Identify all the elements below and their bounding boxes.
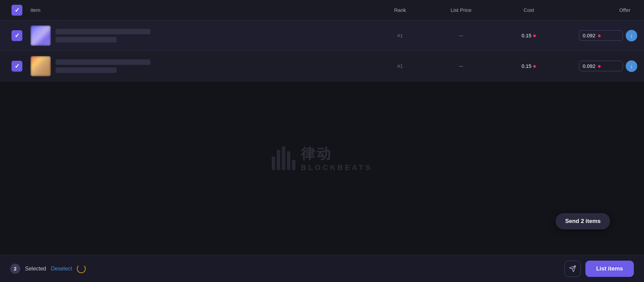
header-list-price: List Price bbox=[427, 7, 495, 13]
row-2-name-container bbox=[56, 59, 150, 73]
row-1-checkbox-col bbox=[7, 30, 27, 41]
bottom-left-section: 2 Selected Deselect bbox=[10, 264, 86, 274]
bottom-bar: 2 Selected Deselect List items bbox=[0, 255, 644, 282]
cost-header-label: Cost bbox=[524, 7, 534, 13]
row-1-cost: 0.15 ◆ bbox=[495, 33, 563, 38]
bar-2 bbox=[277, 150, 280, 170]
row-2-checkbox[interactable] bbox=[12, 61, 22, 72]
row-1-download-button[interactable] bbox=[626, 30, 637, 41]
header-checkbox-col bbox=[7, 5, 27, 16]
row-1-offer-eth-icon: ◆ bbox=[598, 33, 601, 38]
bottom-right-section: List items bbox=[564, 261, 634, 277]
row-2-thumbnail bbox=[30, 56, 51, 76]
bar-1 bbox=[272, 156, 275, 170]
watermark-english-text: BLOCKBEATS bbox=[301, 163, 372, 172]
select-all-checkbox[interactable] bbox=[12, 5, 22, 16]
loading-spinner-icon bbox=[77, 264, 86, 273]
bar-4 bbox=[287, 151, 290, 170]
row-2-name-line-2 bbox=[56, 68, 117, 73]
row-1-offer-col: 0.092 ◆ bbox=[563, 30, 637, 41]
watermark-area: 律动 BLOCKBEATS bbox=[0, 78, 644, 238]
row-2-list-price-value: – bbox=[459, 62, 463, 70]
row-2-name-line-1 bbox=[56, 59, 150, 65]
list-items-button[interactable]: List items bbox=[585, 261, 634, 277]
bar-3 bbox=[282, 146, 285, 170]
row-2-rank-value: #1 bbox=[397, 63, 403, 69]
row-1-name-container bbox=[56, 29, 150, 42]
row-2-item-col bbox=[27, 56, 373, 76]
list-items-label: List items bbox=[596, 265, 623, 272]
send-items-button[interactable]: Send 2 items bbox=[556, 213, 610, 229]
row-1-rank: #1 bbox=[373, 33, 427, 38]
row-1-list-price-value: – bbox=[459, 32, 463, 39]
offer-header-label: Offer bbox=[619, 7, 630, 13]
watermark-content: 律动 BLOCKBEATS bbox=[272, 144, 372, 172]
row-2-list-price: – bbox=[427, 62, 495, 70]
row-1-offer-input[interactable]: 0.092 ◆ bbox=[579, 30, 623, 41]
row-2-checkbox-col bbox=[7, 61, 27, 72]
row-1-item-col bbox=[27, 25, 373, 46]
header-cost: Cost bbox=[495, 7, 563, 13]
row-2-offer-eth-icon: ◆ bbox=[598, 63, 601, 69]
row-1-checkbox[interactable] bbox=[12, 30, 22, 41]
row-2-offer-input[interactable]: 0.092 ◆ bbox=[579, 61, 623, 71]
row-2-offer-value: 0.092 bbox=[583, 63, 596, 69]
row-1-name-line-2 bbox=[56, 37, 117, 42]
row-1-name-line-1 bbox=[56, 29, 150, 34]
table-row: #1 – 0.15 ◆ 0.092 ◆ bbox=[0, 20, 644, 51]
row-2-download-button[interactable] bbox=[626, 60, 637, 72]
header-offer: Offer bbox=[563, 7, 637, 13]
header-item: Item bbox=[27, 7, 373, 13]
row-1-rank-value: #1 bbox=[397, 33, 403, 38]
row-2-offer-col: 0.092 ◆ bbox=[563, 60, 637, 72]
table-header: Item Rank List Price Cost Offer bbox=[0, 0, 644, 20]
table-row: #1 – 0.15 ◆ 0.092 ◆ bbox=[0, 51, 644, 81]
row-2-rank: #1 bbox=[373, 63, 427, 69]
row-2-cost-eth-icon: ◆ bbox=[533, 63, 536, 69]
deselect-button[interactable]: Deselect bbox=[51, 266, 72, 272]
bar-5 bbox=[292, 160, 295, 170]
list-price-header-label: List Price bbox=[451, 7, 472, 13]
rank-header-label: Rank bbox=[394, 7, 406, 13]
row-2-cost-value: 0.15 bbox=[521, 63, 531, 69]
selected-label: Selected bbox=[25, 266, 46, 272]
row-1-cost-value: 0.15 bbox=[521, 33, 531, 38]
watermark-bars-icon bbox=[272, 146, 295, 170]
watermark-chinese-text: 律动 bbox=[301, 144, 332, 163]
row-1-cost-eth-icon: ◆ bbox=[533, 33, 536, 38]
header-rank: Rank bbox=[373, 7, 427, 13]
watermark-text: 律动 BLOCKBEATS bbox=[301, 144, 372, 172]
row-1-list-price: – bbox=[427, 32, 495, 39]
selected-count-value: 2 bbox=[14, 266, 17, 271]
item-header-label: Item bbox=[30, 7, 40, 13]
send-items-label: Send 2 items bbox=[565, 218, 601, 224]
send-icon-button[interactable] bbox=[564, 261, 581, 277]
row-1-thumbnail bbox=[30, 25, 51, 46]
paper-plane-icon bbox=[569, 265, 576, 272]
selected-count-badge: 2 bbox=[10, 264, 20, 274]
row-1-offer-value: 0.092 bbox=[583, 33, 596, 38]
row-2-cost: 0.15 ◆ bbox=[495, 63, 563, 69]
